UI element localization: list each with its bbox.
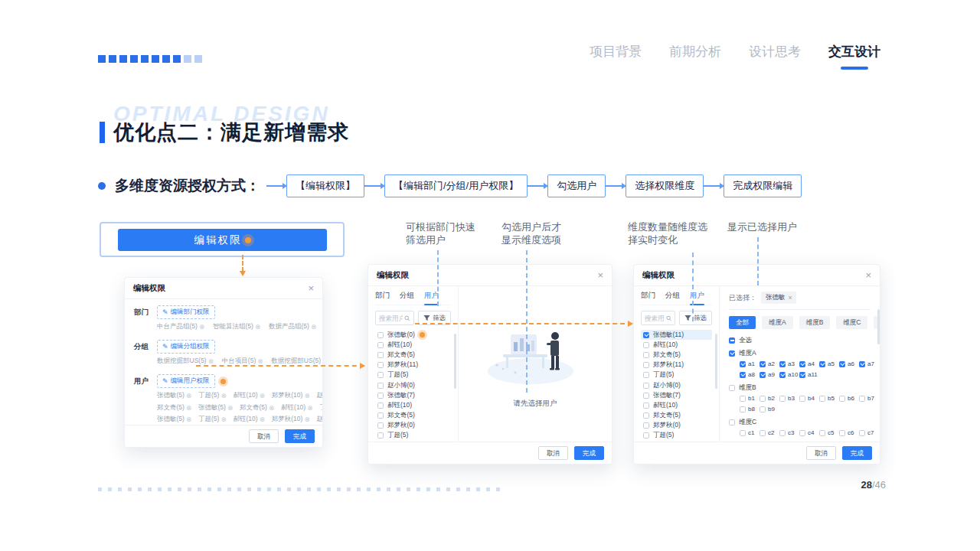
checkbox-icon[interactable] bbox=[740, 361, 746, 367]
nav-item[interactable]: 项目背景 bbox=[590, 43, 642, 70]
checkbox-icon[interactable] bbox=[643, 403, 649, 409]
user-row[interactable]: 郝钰(10) bbox=[641, 340, 712, 350]
user-row[interactable]: 郝钰(10) bbox=[641, 400, 712, 410]
checkbox-icon[interactable] bbox=[643, 432, 649, 439]
dimension-chip[interactable]: 全部 bbox=[729, 316, 756, 329]
dimension-item[interactable]: b6 bbox=[839, 393, 859, 403]
dimension-item[interactable]: a6 bbox=[839, 359, 859, 369]
edit-user-permission-button[interactable]: ✎ 编辑用户权限 bbox=[157, 374, 215, 388]
cancel-button[interactable]: 取消 bbox=[806, 446, 836, 460]
dimension-item[interactable]: c4 bbox=[799, 428, 819, 438]
nav-item[interactable]: 交互设计 bbox=[828, 43, 880, 70]
dimension-item[interactable]: a10 bbox=[779, 370, 799, 380]
checkbox-icon[interactable] bbox=[760, 406, 766, 412]
remove-tag-icon[interactable]: ⊗ bbox=[307, 404, 312, 412]
remove-tag-icon[interactable]: ⊗ bbox=[269, 404, 274, 412]
filter-button[interactable]: 筛选 bbox=[679, 311, 712, 325]
checkbox-icon[interactable] bbox=[643, 383, 649, 389]
user-row[interactable]: 丁超(5) bbox=[641, 370, 712, 380]
dimension-item[interactable]: a5 bbox=[819, 359, 839, 369]
close-icon[interactable]: × bbox=[597, 270, 603, 280]
user-row[interactable]: 张德敏(0) bbox=[375, 330, 451, 340]
user-row[interactable]: 丁超(5) bbox=[375, 370, 451, 380]
tab[interactable]: 分组 bbox=[400, 291, 414, 305]
checkbox-icon[interactable] bbox=[740, 372, 746, 378]
user-row[interactable]: 郝钰(10) bbox=[375, 340, 451, 350]
checkbox-icon[interactable] bbox=[643, 412, 649, 419]
checkbox-icon[interactable] bbox=[839, 430, 845, 436]
dimension-item[interactable]: b2 bbox=[760, 393, 779, 403]
dimension-item[interactable]: a9 bbox=[760, 370, 779, 380]
dimension-item[interactable]: b3 bbox=[779, 393, 799, 403]
dimension-item[interactable]: b8 bbox=[740, 404, 760, 414]
checkbox-icon[interactable] bbox=[760, 361, 766, 367]
edit-group-permission-button[interactable]: ✎ 编辑分组权限 bbox=[157, 340, 215, 354]
user-row[interactable]: 郝钰(10) bbox=[375, 400, 451, 410]
nav-item[interactable]: 前期分析 bbox=[669, 43, 721, 70]
checkbox-icon[interactable] bbox=[799, 465, 805, 465]
checkbox-icon[interactable] bbox=[819, 396, 825, 402]
edit-department-permission-button[interactable]: ✎ 编辑部门权限 bbox=[157, 305, 215, 319]
user-row[interactable]: 郑梦秋(11) bbox=[641, 360, 712, 370]
edit-permission-button[interactable]: 编辑权限 bbox=[118, 229, 327, 251]
checkbox-icon[interactable] bbox=[740, 465, 746, 465]
checkbox-icon[interactable] bbox=[799, 372, 805, 378]
remove-tag-icon[interactable]: ⊗ bbox=[257, 357, 263, 365]
user-row[interactable]: 赵小博(0) bbox=[641, 380, 712, 390]
checkbox-icon[interactable] bbox=[760, 430, 766, 436]
user-row[interactable]: 张德敏(11) bbox=[641, 330, 712, 340]
checkbox-icon[interactable] bbox=[729, 350, 735, 357]
tab[interactable]: 部门 bbox=[641, 291, 655, 305]
dimension-chip[interactable]: 维度A bbox=[762, 316, 793, 329]
user-row[interactable]: 郑梦秋(0) bbox=[375, 421, 451, 431]
dimension-chip[interactable]: 维度C bbox=[836, 316, 867, 329]
checkbox-icon[interactable] bbox=[819, 361, 825, 367]
remove-tag-icon[interactable]: ⊗ bbox=[322, 357, 323, 365]
checkbox-icon[interactable] bbox=[799, 396, 805, 402]
remove-tag-icon[interactable]: ⊗ bbox=[186, 404, 191, 412]
scrollbar[interactable] bbox=[715, 334, 717, 389]
user-row[interactable]: 郑文奇(5) bbox=[641, 411, 712, 421]
checkbox-icon[interactable] bbox=[377, 352, 384, 358]
checkbox-icon[interactable] bbox=[859, 361, 865, 367]
done-button[interactable]: 完成 bbox=[285, 429, 315, 443]
checkbox-icon[interactable] bbox=[643, 332, 649, 338]
checkbox-icon[interactable] bbox=[740, 430, 746, 436]
dimension-item[interactable]: b5 bbox=[819, 393, 839, 403]
user-row[interactable]: 郑文奇(5) bbox=[641, 350, 712, 360]
scrollbar[interactable] bbox=[877, 309, 880, 344]
dimension-item[interactable]: a11 bbox=[799, 370, 819, 380]
dimension-item[interactable]: c7 bbox=[859, 428, 879, 438]
checkbox-icon[interactable] bbox=[377, 342, 384, 348]
checkbox-icon[interactable] bbox=[377, 422, 384, 429]
dimension-item[interactable]: a3 bbox=[779, 359, 799, 369]
user-row[interactable]: 丁超(5) bbox=[641, 431, 712, 441]
checkbox-icon[interactable] bbox=[779, 372, 786, 378]
checkbox-icon[interactable] bbox=[377, 432, 384, 439]
remove-tag-icon[interactable]: ⊗ bbox=[311, 323, 316, 331]
checkbox-icon[interactable] bbox=[377, 362, 384, 368]
dimension-item[interactable]: b1 bbox=[740, 393, 760, 403]
checkbox-icon[interactable] bbox=[643, 352, 649, 358]
dimension-item[interactable]: a8 bbox=[740, 370, 760, 380]
checkbox-icon[interactable] bbox=[740, 396, 746, 402]
dimension-item[interactable]: b9 bbox=[760, 404, 779, 414]
checkbox-icon[interactable] bbox=[760, 465, 766, 465]
user-row[interactable]: 郑文奇(5) bbox=[375, 350, 451, 360]
user-row[interactable]: 张德敏(7) bbox=[641, 390, 712, 400]
nav-item[interactable]: 设计思考 bbox=[749, 43, 801, 70]
remove-tag-icon[interactable]: ⊗ bbox=[220, 392, 226, 399]
checkbox-icon[interactable] bbox=[839, 361, 845, 367]
checkbox-icon[interactable] bbox=[819, 465, 825, 465]
checkbox-icon[interactable] bbox=[643, 342, 649, 348]
dimension-item[interactable]: c5 bbox=[819, 428, 839, 438]
user-row[interactable]: 赵小博(0) bbox=[375, 380, 451, 390]
checkbox-icon[interactable] bbox=[779, 361, 786, 367]
dimension-item[interactable]: a2 bbox=[760, 359, 779, 369]
dimension-item[interactable]: c3 bbox=[779, 428, 799, 438]
checkbox-icon[interactable] bbox=[643, 372, 649, 378]
done-button[interactable]: 完成 bbox=[574, 446, 604, 460]
remove-tag-icon[interactable]: ⊗ bbox=[186, 392, 191, 399]
close-icon[interactable]: × bbox=[308, 283, 314, 293]
dimension-item[interactable]: b4 bbox=[799, 393, 819, 403]
